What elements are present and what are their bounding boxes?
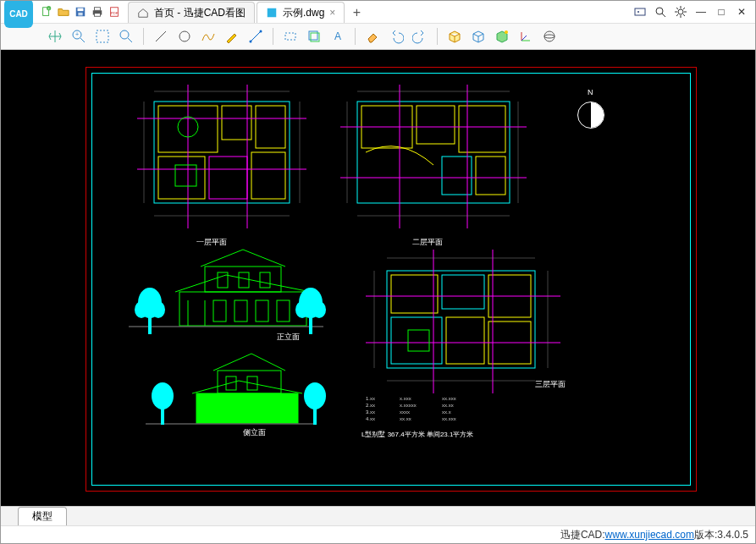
- new-tab-button[interactable]: +: [346, 3, 367, 23]
- svg-text:xx.xxx: xx.xxx: [442, 416, 456, 421]
- svg-text:4.xx: 4.xx: [366, 416, 375, 421]
- text-tool[interactable]: A: [328, 27, 347, 46]
- svg-rect-57: [417, 106, 455, 144]
- plan2-caption: 二层平面: [412, 237, 443, 248]
- svg-point-27: [260, 30, 262, 33]
- svg-rect-28: [285, 33, 295, 40]
- svg-rect-7: [95, 8, 101, 11]
- toolbar-separator: [437, 28, 438, 45]
- line-tool[interactable]: [246, 27, 265, 46]
- footer-link[interactable]: www.xunjiecad.com: [605, 529, 694, 541]
- elev2-caption: 侧立面: [243, 427, 266, 438]
- svg-rect-89: [196, 393, 298, 423]
- svg-rect-20: [97, 30, 108, 42]
- svg-rect-91: [226, 376, 236, 390]
- footer-ver-label: 版本:: [694, 528, 717, 542]
- svg-point-87: [312, 301, 326, 318]
- svg-rect-109: [408, 330, 429, 351]
- box3d-tool[interactable]: [445, 27, 464, 46]
- drawing-canvas[interactable]: 一层平面 二层平面 N: [1, 50, 755, 506]
- svg-text:x.xxxxx: x.xxxxx: [400, 403, 417, 408]
- cad-file-icon: [266, 7, 278, 19]
- svg-rect-79: [260, 272, 270, 288]
- svg-rect-98: [387, 271, 535, 368]
- tab-file-label: 示例.dwg: [283, 6, 324, 20]
- toolbar-separator: [143, 28, 144, 45]
- new-file-button[interactable]: +: [40, 5, 53, 19]
- svg-rect-100: [442, 275, 484, 309]
- svg-rect-103: [446, 317, 484, 364]
- export-pdf-button[interactable]: PDF: [108, 5, 121, 19]
- layer-tool[interactable]: [305, 27, 323, 46]
- svg-point-24: [179, 31, 190, 41]
- svg-point-37: [544, 35, 555, 38]
- open-file-button[interactable]: [57, 5, 70, 19]
- zoom-window-tool[interactable]: [93, 27, 112, 46]
- tree-icon: [133, 286, 167, 337]
- status-bar: 迅捷CAD: www.xunjiecad.com 版本: 3.4.0.5: [1, 525, 755, 543]
- tree-icon: [294, 286, 328, 337]
- svg-point-13: [637, 11, 639, 13]
- elev1-caption: 正立面: [277, 332, 300, 343]
- drawing-title: L型别墅 367.4平方米 单间23.1平方米: [361, 430, 473, 439]
- svg-text:1.xx: 1.xx: [366, 396, 375, 401]
- point-tool[interactable]: [152, 27, 170, 46]
- svg-rect-102: [391, 317, 442, 364]
- svg-rect-43: [209, 157, 247, 199]
- tab-home-label: 首页 - 迅捷CAD看图: [154, 6, 246, 20]
- tab-close-button[interactable]: ×: [329, 7, 335, 19]
- svg-rect-88: [309, 316, 312, 334]
- svg-rect-50: [175, 165, 196, 186]
- floor-plan-3: [366, 250, 560, 393]
- svg-rect-44: [251, 152, 285, 199]
- save-button[interactable]: [74, 5, 87, 19]
- floor-plan-2: [340, 85, 527, 228]
- zoom-extents-tool[interactable]: [117, 27, 135, 46]
- circle-tool[interactable]: [175, 27, 194, 46]
- svg-rect-97: [313, 408, 317, 425]
- svg-point-21: [120, 30, 129, 39]
- wireframe-tool[interactable]: [469, 27, 488, 46]
- tab-file[interactable]: 示例.dwg ×: [257, 2, 345, 23]
- pencil-tool[interactable]: [223, 27, 241, 46]
- shade-tool[interactable]: [493, 27, 511, 46]
- polyline-tool[interactable]: [199, 27, 218, 46]
- svg-text:x.xxx: x.xxx: [400, 396, 411, 401]
- screenshot-button[interactable]: [632, 3, 648, 20]
- rect-tool[interactable]: [281, 27, 300, 46]
- svg-rect-74: [235, 300, 247, 321]
- redo-button[interactable]: [411, 27, 429, 46]
- svg-rect-73: [213, 300, 226, 321]
- minimize-button[interactable]: —: [693, 3, 709, 20]
- tab-home[interactable]: 首页 - 迅捷CAD看图: [128, 2, 255, 23]
- svg-rect-11: [268, 8, 277, 18]
- svg-text:xx.xx: xx.xx: [442, 403, 454, 408]
- svg-line-18: [80, 38, 85, 42]
- svg-text:A: A: [334, 30, 341, 42]
- plan3-caption: 三层平面: [535, 379, 566, 390]
- settings-button[interactable]: [672, 3, 689, 20]
- magnify-button[interactable]: [652, 3, 669, 20]
- orbit-tool[interactable]: [540, 27, 559, 46]
- layout-tab-bar: 模型: [1, 506, 755, 525]
- erase-tool[interactable]: [363, 27, 382, 46]
- svg-rect-42: [158, 157, 205, 199]
- print-button[interactable]: [91, 5, 104, 19]
- ucs-tool[interactable]: [516, 27, 535, 46]
- svg-rect-75: [256, 300, 268, 321]
- zoom-tool[interactable]: +: [69, 27, 88, 46]
- svg-line-22: [128, 38, 132, 42]
- svg-text:xx.xxx: xx.xxx: [442, 396, 456, 401]
- svg-point-86: [295, 301, 309, 318]
- svg-rect-78: [239, 272, 249, 288]
- svg-text:+: +: [47, 6, 50, 10]
- maximize-button[interactable]: □: [713, 3, 730, 20]
- close-window-button[interactable]: ✕: [733, 3, 750, 20]
- model-tab[interactable]: 模型: [18, 507, 67, 525]
- svg-line-35: [521, 36, 527, 41]
- notes-block: 1.xxx.xxxxx.xxx 2.xxx.xxxxxxx.xx 3.xxxxx…: [366, 393, 518, 429]
- svg-rect-99: [391, 275, 438, 313]
- undo-button[interactable]: [387, 27, 406, 46]
- svg-rect-8: [95, 14, 101, 17]
- pan-tool[interactable]: [46, 27, 64, 46]
